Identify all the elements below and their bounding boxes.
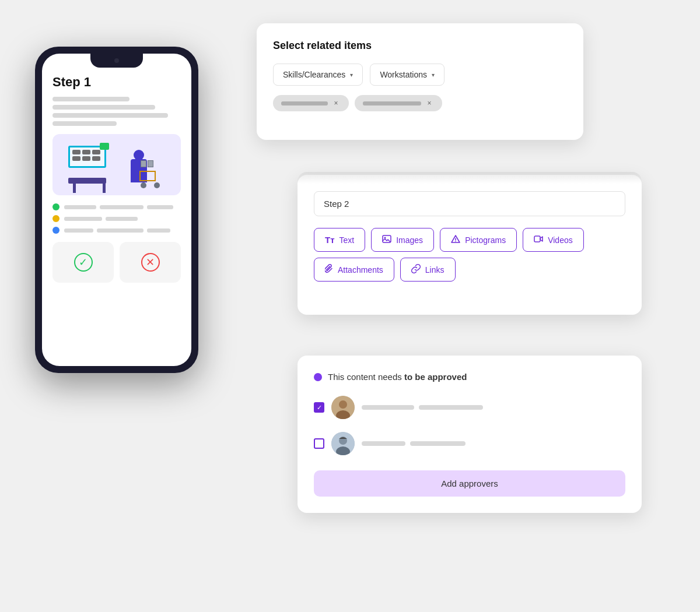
worker-illustration — [122, 142, 166, 188]
worker-cart — [139, 171, 160, 188]
links-icon — [411, 264, 421, 275]
approver-2-role — [410, 441, 466, 446]
text-label: Text — [340, 235, 355, 245]
phone-illustration — [52, 134, 181, 195]
check-lines — [64, 205, 181, 209]
worker-head — [134, 150, 144, 160]
attachments-icon — [325, 264, 333, 275]
cart-wheel-left — [141, 182, 146, 188]
phone-screen: Step 1 — [42, 54, 191, 366]
approver-1-name — [362, 405, 414, 410]
links-label: Links — [425, 265, 444, 275]
phone-reject-button[interactable]: ✕ — [120, 242, 181, 283]
content-type-buttons: Tт Text Images Pictograms — [314, 228, 625, 282]
check-line — [147, 205, 173, 209]
approval-message: This content needs to be approved — [328, 372, 467, 382]
seat — [82, 150, 90, 154]
seat — [92, 150, 100, 154]
select-related-items-card: Select related items Skills/Clearances ▾… — [257, 23, 583, 140]
cart-box — [141, 160, 146, 167]
phone-confirm-button[interactable]: ✓ — [52, 242, 114, 283]
images-button[interactable]: Images — [371, 228, 434, 252]
screen-badge — [100, 143, 109, 150]
approver-item-2 — [314, 430, 625, 458]
check-line — [100, 205, 144, 209]
attachments-button[interactable]: Attachments — [314, 258, 394, 282]
approver-2-name — [362, 441, 405, 446]
workstations-dropdown[interactable]: Workstations ▾ — [370, 64, 444, 86]
pictograms-button[interactable]: Pictograms — [440, 228, 517, 252]
placeholder-line — [52, 113, 168, 118]
chevron-down-icon: ▾ — [432, 72, 435, 78]
approval-status-dot — [314, 373, 322, 381]
placeholder-line — [52, 97, 130, 101]
approver-1-checkbox[interactable]: ✓ — [314, 402, 324, 413]
workstations-label: Workstations — [380, 70, 427, 79]
images-icon — [382, 235, 391, 245]
seat — [72, 150, 80, 154]
pictograms-icon — [451, 234, 460, 245]
dot-yellow — [52, 215, 60, 222]
approver-item-1: ✓ — [314, 393, 625, 421]
dot-blue — [52, 227, 60, 234]
placeholder-line — [52, 121, 117, 126]
videos-icon — [534, 235, 543, 245]
skills-clearances-dropdown[interactable]: Skills/Clearances ▾ — [273, 64, 363, 86]
approver-2-info — [362, 441, 625, 446]
links-button[interactable]: Links — [400, 258, 456, 282]
tag-1: × — [273, 95, 349, 111]
check-line — [64, 228, 93, 233]
phone-camera — [114, 58, 119, 63]
phone-placeholder-lines — [52, 97, 181, 126]
approval-card: This content needs to be approved ✓ — [298, 356, 642, 513]
tag-1-label — [281, 101, 328, 105]
step-name-input[interactable] — [314, 191, 625, 216]
videos-button[interactable]: Videos — [523, 228, 584, 252]
check-line — [64, 217, 102, 221]
images-label: Images — [396, 235, 423, 245]
check-line — [106, 217, 138, 221]
check-line — [147, 228, 170, 233]
tag-2-remove[interactable]: × — [425, 99, 434, 108]
table-leg-right — [103, 182, 106, 193]
svg-rect-4 — [534, 236, 540, 242]
text-icon: Tт — [325, 235, 335, 245]
phone-checklist — [52, 203, 181, 234]
tag-1-remove[interactable]: × — [331, 99, 341, 108]
placeholder-line — [52, 105, 155, 110]
tag-2: × — [355, 95, 442, 111]
x-mark-icon: ✕ — [141, 253, 160, 272]
tag-row: × × — [273, 95, 567, 111]
skills-clearances-label: Skills/Clearances — [283, 70, 345, 79]
cart-box — [148, 160, 153, 167]
checklist-item-blue — [52, 227, 181, 234]
cart-wheel-right — [154, 182, 160, 188]
check-icon: ✓ — [317, 404, 322, 411]
phone-step-title: Step 1 — [52, 75, 181, 90]
cart-body — [139, 171, 156, 181]
check-lines — [64, 217, 181, 221]
attachments-label: Attachments — [338, 265, 383, 275]
check-line — [64, 205, 96, 209]
svg-point-6 — [339, 400, 347, 409]
check-mark-icon: ✓ — [74, 253, 93, 272]
cart-boxes — [141, 160, 153, 167]
approver-1-avatar — [331, 396, 355, 419]
add-approvers-button[interactable]: Add approvers — [314, 470, 625, 497]
approval-header: This content needs to be approved — [314, 372, 625, 382]
approver-1-role — [419, 405, 483, 410]
table-leg-left — [73, 182, 76, 193]
dot-green — [52, 203, 60, 210]
chevron-down-icon: ▾ — [350, 72, 353, 78]
phone-mockup: Step 1 — [35, 47, 198, 373]
approver-2-avatar — [331, 432, 355, 455]
approver-2-checkbox[interactable] — [314, 438, 324, 449]
svg-point-1 — [384, 237, 386, 239]
seat — [72, 156, 80, 161]
seat — [92, 156, 100, 161]
text-button[interactable]: Tт Text — [314, 228, 365, 252]
step-editor-card: Tт Text Images Pictograms — [298, 175, 642, 315]
phone-notch — [90, 54, 143, 68]
check-lines — [64, 228, 181, 233]
approver-1-info — [362, 405, 625, 410]
